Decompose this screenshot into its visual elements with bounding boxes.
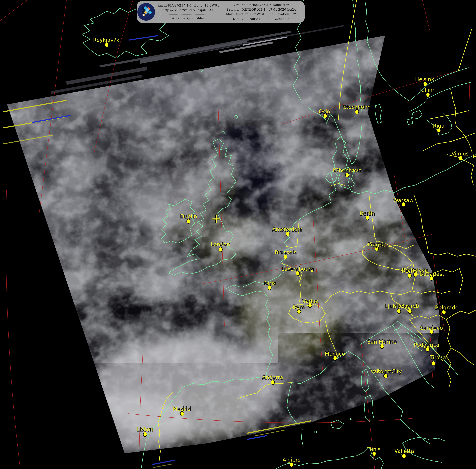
city-label-dublin: Dublin <box>180 213 197 219</box>
city-dot-stockholm <box>355 109 359 114</box>
city-label-budapest: Budapest <box>420 271 444 277</box>
city-label-stockholm: Stockholm <box>343 104 371 110</box>
header-right-panel: Ground Station: G0GHK Doncaster Satellit… <box>221 1 305 23</box>
city-label-prague: Prague <box>368 242 386 248</box>
city-label-vaduz: Vaduz <box>302 298 318 304</box>
city-dot-lisbon <box>143 432 147 436</box>
city-label-vilnius: Vilnius <box>452 151 469 157</box>
city-label-zagreb: Zagreb <box>401 303 419 309</box>
direction-gain-info: Direction: Northbound | | Gain: 44.5 <box>221 17 301 21</box>
elevation-info: Max Elevation: 81° West | Sun Elevation:… <box>221 12 301 17</box>
city-dot-tallinn <box>426 92 430 97</box>
city-label-madrid: Madrid <box>173 406 191 412</box>
city-label-warsaw: Warsaw <box>393 197 414 203</box>
city-label-belgrade: Belgrade <box>435 304 458 311</box>
city-label-san-marino: San Marino <box>367 339 397 345</box>
satellite-pass-info: Satellite: METEOR-M2 4 | 17-01-2026 14:2… <box>221 7 301 12</box>
city-dot-vienna <box>408 273 411 278</box>
city-label-oslo: Oslo <box>319 108 330 115</box>
satellite-icon <box>137 3 155 21</box>
city-dot-london <box>219 247 222 252</box>
city-dot-andorra <box>271 380 275 385</box>
city-dot-valletta <box>402 454 406 458</box>
city-label-kobenhavn: K?benhavn <box>332 167 361 173</box>
city-label-helsinki: Helsinki <box>415 76 436 82</box>
header-left-panel: RaspiNOAA V2 | V4.0 | Build: 13-BW64 htt… <box>155 1 221 23</box>
city-label-tunis: Tunis <box>367 446 380 452</box>
city-dot-reykjavik <box>105 42 109 47</box>
city-dot-algiers <box>290 462 294 467</box>
city-label-berlin: Berlin <box>360 211 375 217</box>
city-label-valletta: Valletta <box>394 448 414 454</box>
city-label-brussels: Brussels <box>275 249 296 255</box>
city-label-reykjavik: Reykjav?k <box>93 37 119 43</box>
city-dot-bern <box>297 309 301 314</box>
info-header: RaspiNOAA V2 | V4.0 | Build: 13-BW64 htt… <box>137 1 305 23</box>
city-dot-riga <box>437 128 441 133</box>
city-label-amsterdam: Amsterdam <box>272 226 303 233</box>
city-dot-dublin <box>187 219 190 224</box>
antenna-info: Antenna: Quadrifilar <box>155 16 221 21</box>
city-label-lisbon: Lisbon <box>137 426 153 433</box>
city-dot-tirana <box>432 361 435 366</box>
city-label-monaco: Monaco <box>325 351 345 357</box>
city-label-luxembourg: Luxembourg <box>281 266 314 272</box>
city-label-tallinn: Tallinn <box>419 87 436 93</box>
city-dot-madrid <box>180 411 184 416</box>
city-label-podgorica: Podgorica <box>414 342 439 348</box>
city-label-london: London <box>211 241 230 247</box>
city-dot-ljubljana <box>397 309 401 314</box>
ground-station-info: Ground Station: G0GHK Doncaster <box>221 3 301 7</box>
city-label-riga: Riga <box>433 123 444 129</box>
city-dot-zagreb <box>408 309 412 314</box>
satellite-map: Reykjav?kHelsinkiTallinnOsloStockholmRig… <box>0 0 476 469</box>
city-label-rome: Rome <box>377 368 392 374</box>
city-label-bern: Bern <box>293 304 305 310</box>
city-label-sarajevo: Sarajevo <box>420 325 443 331</box>
city-label-tirana: Tirana <box>429 354 446 361</box>
city-label-minsk-partial: M <box>473 153 476 160</box>
city-label-andorra: Andorra <box>262 374 283 381</box>
app-title: RaspiNOAA V2 | V4.0 | Build: 13-BW64 <box>155 3 221 8</box>
satellite-image-viewer: Reykjav?kHelsinkiTallinnOsloStockholmRig… <box>0 0 476 469</box>
separator-dashes: ------------------------------------ <box>155 13 221 16</box>
city-label-paris: Paris <box>263 280 276 286</box>
city-label-algiers: Algiers <box>283 457 300 463</box>
app-url: http://qsl.net/ve3elb/RaspiNOAA <box>155 8 221 13</box>
